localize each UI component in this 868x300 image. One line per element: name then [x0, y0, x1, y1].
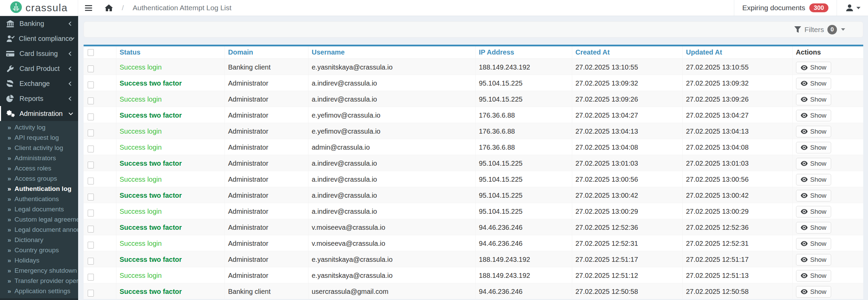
row-checkbox[interactable] [88, 258, 94, 265]
show-button[interactable]: Show [796, 206, 831, 217]
home-icon[interactable] [105, 4, 113, 12]
show-button[interactable]: Show [796, 270, 831, 282]
row-checkbox[interactable] [88, 226, 94, 232]
ip-address-cell: 95.104.15.225 [475, 187, 572, 203]
sidebar-item-card-product[interactable]: Card Product [0, 61, 78, 76]
created-at-cell: 27.02.2025 13:00:42 [572, 187, 682, 203]
domain-cell: Administrator [225, 219, 308, 235]
column-header-ip-address[interactable]: IP Address [475, 46, 572, 59]
sidebar-subitem-transfer-provider-operational-tim[interactable]: »Transfer provider operational tim [0, 276, 78, 286]
username-cell: a.indirev@crassula.io [308, 203, 475, 219]
breadcrumb: / Authentication Attempt Log List [105, 0, 231, 16]
top-header: crassula / Authentication Attempt Log Li… [0, 0, 868, 16]
row-checkbox[interactable] [88, 130, 94, 136]
hamburger-icon [85, 5, 92, 6]
breadcrumb-separator: / [122, 4, 124, 12]
created-at-cell: 27.02.2025 13:09:32 [572, 75, 682, 91]
sidebar-item-client-compliance[interactable]: Client compliance [0, 31, 78, 46]
sidebar-item-banking[interactable]: Banking [0, 16, 78, 31]
sidebar-subitem-application-settings[interactable]: »Application settings [0, 286, 78, 296]
main-content: Filters 0 StatusDomainUsernameIP Address… [78, 16, 868, 300]
domain-cell: Administrator [225, 203, 308, 219]
show-button[interactable]: Show [796, 94, 831, 105]
row-checkbox[interactable] [88, 178, 94, 184]
table-header-row: StatusDomainUsernameIP AddressCreated At… [84, 46, 863, 59]
eye-icon [801, 129, 808, 134]
row-checkbox[interactable] [88, 146, 94, 152]
row-checkbox[interactable] [88, 210, 94, 216]
sidebar-subitem-access-roles[interactable]: »Access roles [0, 163, 78, 174]
row-checkbox[interactable] [88, 162, 94, 168]
sidebar-subitem-legal-document-announcements[interactable]: »Legal document announcements [0, 225, 78, 235]
updated-at-cell: 27.02.2025 13:10:55 [682, 59, 792, 75]
filters-button[interactable]: Filters 0 [794, 25, 845, 34]
expiring-documents-link[interactable]: Expiring documents 300 [734, 3, 837, 12]
ip-address-cell: 176.36.6.88 [475, 107, 572, 123]
row-checkbox[interactable] [88, 81, 94, 88]
sidebar-subitem-access-groups[interactable]: »Access groups [0, 174, 78, 184]
sidebar-subitem-emergency-shutdown[interactable]: »Emergency shutdown [0, 266, 78, 276]
show-button[interactable]: Show [796, 158, 831, 169]
sidebar-subitem-authentication-log[interactable]: »Authentication log [0, 184, 78, 194]
table-row: Success two factorAdministratora.indirev… [84, 187, 863, 203]
sidebar-subitem-client-activity-log[interactable]: »Client activity log [0, 143, 78, 153]
show-button[interactable]: Show [796, 254, 831, 266]
sidebar-subitem-custom-legal-agreements[interactable]: »Custom legal agreements [0, 214, 78, 225]
sidebar-subitem-administrators[interactable]: »Administrators [0, 153, 78, 163]
show-button[interactable]: Show [796, 110, 831, 121]
show-button[interactable]: Show [796, 62, 831, 73]
updated-at-cell: 27.02.2025 13:09:26 [682, 91, 792, 107]
show-button[interactable]: Show [796, 286, 831, 298]
show-button[interactable]: Show [796, 222, 831, 234]
chevron-left-icon [69, 51, 73, 56]
sidebar-item-card-issuing[interactable]: Card Issuing [0, 46, 78, 61]
sidebar-subitem-api-request-log[interactable]: »API request log [0, 133, 78, 143]
sidebar-subitem-legal-documents[interactable]: »Legal documents [0, 204, 78, 214]
show-button[interactable]: Show [796, 190, 831, 201]
eye-icon [801, 81, 808, 86]
created-at-cell: 27.02.2025 13:04:13 [572, 123, 682, 139]
domain-cell: Administrator [225, 251, 308, 267]
sidebar-subitem-authentications[interactable]: »Authentications [0, 194, 78, 204]
sidebar-item-exchange[interactable]: Exchange [0, 76, 78, 91]
wrench-icon [6, 65, 16, 72]
show-button[interactable]: Show [796, 126, 831, 137]
bank-icon [6, 20, 16, 27]
sidebar-subitem-holidays[interactable]: »Holidays [0, 255, 78, 266]
row-checkbox[interactable] [88, 274, 94, 281]
show-button[interactable]: Show [796, 238, 831, 250]
updated-at-cell: 27.02.2025 12:52:31 [682, 235, 792, 251]
table-row: Success loginAdministratora.indirev@cras… [84, 203, 863, 219]
show-button[interactable]: Show [796, 142, 831, 153]
row-checkbox[interactable] [88, 194, 94, 200]
sidebar-toggle-button[interactable] [80, 0, 97, 16]
chevron-left-icon [69, 66, 73, 71]
double-chevron-right-icon: » [8, 287, 11, 295]
select-all-checkbox[interactable] [88, 49, 94, 56]
status-text: Success two factor [120, 160, 182, 167]
sidebar-item-reports[interactable]: Reports [0, 91, 78, 106]
show-button[interactable]: Show [796, 78, 831, 89]
row-checkbox[interactable] [88, 65, 94, 72]
sidebar-subitem-dictionary[interactable]: »Dictionary [0, 235, 78, 245]
row-checkbox[interactable] [88, 290, 94, 297]
column-header-created-at[interactable]: Created At [572, 46, 682, 59]
column-header-username[interactable]: Username [308, 46, 475, 59]
show-button[interactable]: Show [796, 174, 831, 185]
user-menu-button[interactable] [837, 4, 868, 12]
double-chevron-right-icon: » [8, 226, 11, 234]
updated-at-cell: 27.02.2025 12:50:58 [682, 283, 792, 299]
row-checkbox[interactable] [88, 114, 94, 120]
column-header-status[interactable]: Status [116, 46, 225, 59]
app-logo[interactable]: crassula [0, 0, 78, 16]
row-checkbox[interactable] [88, 97, 94, 104]
sidebar-subitem-country-groups[interactable]: »Country groups [0, 245, 78, 255]
row-checkbox[interactable] [88, 242, 94, 249]
column-header-domain[interactable]: Domain [225, 46, 308, 59]
eye-icon [801, 225, 808, 230]
sidebar-subitem-activity-log[interactable]: »Activity log [0, 122, 78, 133]
created-at-cell: 27.02.2025 13:00:56 [572, 171, 682, 187]
sidebar-item-administration[interactable]: Administration [0, 106, 78, 121]
column-header-updated-at[interactable]: Updated At [682, 46, 792, 59]
table-row: Success loginAdministratoradmin@crassula… [84, 139, 863, 155]
